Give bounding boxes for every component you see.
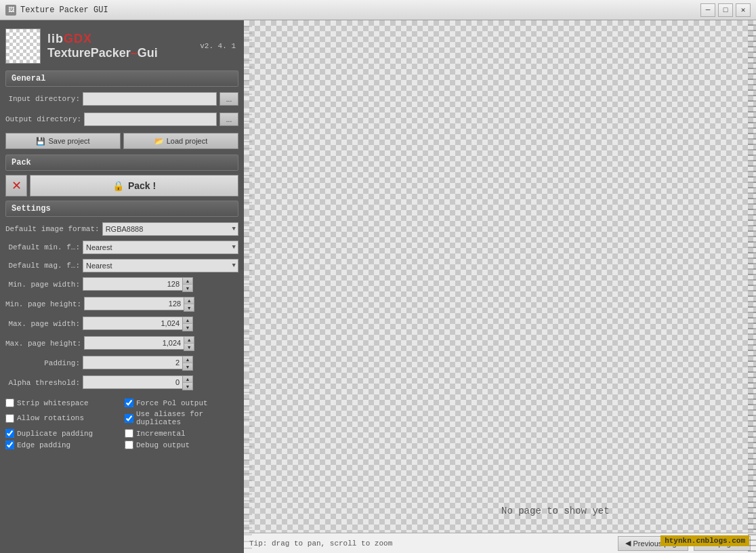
debug-output-checkbox-item[interactable]: Debug output bbox=[125, 441, 238, 449]
pack-section-header: Pack bbox=[5, 155, 238, 171]
left-panel: libGDX TexturePacker–Gui v2. 4. 1 Genera… bbox=[0, 20, 244, 553]
save-icon: 💾 bbox=[36, 137, 45, 146]
canvas-area[interactable] bbox=[244, 20, 756, 533]
input-dir-row: Input directory: ... bbox=[5, 91, 238, 107]
max-width-down-button[interactable]: ▼ bbox=[183, 324, 192, 331]
mag-filter-row: Default mag. f…: Nearest Linear MipMap bbox=[5, 258, 238, 274]
mag-filter-select-wrapper: Nearest Linear MipMap bbox=[83, 259, 238, 272]
min-height-input[interactable] bbox=[84, 297, 184, 310]
alpha-threshold-spinner-buttons: ▲ ▼ bbox=[182, 375, 193, 390]
strip-whitespace-checkbox-item[interactable]: Strip whitespace bbox=[5, 398, 119, 407]
dash-text: – bbox=[131, 46, 138, 60]
min-width-row: Min. page width: ▲ ▼ bbox=[5, 276, 238, 293]
min-width-spinner: ▲ ▼ bbox=[83, 277, 193, 292]
title-bar: 🖼 Texture Packer GUI ─ □ ✕ bbox=[0, 0, 756, 20]
padding-row: Padding: ▲ ▼ bbox=[5, 354, 238, 372]
save-project-label: Save project bbox=[48, 137, 89, 145]
padding-down-button[interactable]: ▼ bbox=[183, 363, 192, 370]
incremental-checkbox[interactable] bbox=[125, 429, 133, 438]
edge-padding-checkbox[interactable] bbox=[5, 441, 14, 449]
padding-up-button[interactable]: ▲ bbox=[183, 356, 192, 363]
padding-spinner-buttons: ▲ ▼ bbox=[182, 356, 193, 371]
min-filter-select[interactable]: Nearest Linear MipMap bbox=[83, 241, 238, 254]
input-dir-browse-button[interactable]: ... bbox=[219, 92, 238, 106]
debug-output-checkbox[interactable] bbox=[125, 441, 133, 449]
duplicate-padding-checkbox[interactable] bbox=[5, 429, 14, 438]
use-aliases-checkbox[interactable] bbox=[125, 414, 133, 423]
watermark: htynkn.cnblogs.com bbox=[660, 535, 749, 546]
output-dir-label: Output directory: bbox=[5, 115, 81, 123]
incremental-checkbox-item[interactable]: Incremental bbox=[125, 429, 238, 438]
image-format-select[interactable]: RGBA8888 RGBA4444 RGB888 RGB565 Alpha bbox=[102, 222, 238, 236]
restore-button[interactable]: □ bbox=[718, 3, 733, 17]
padding-input[interactable] bbox=[83, 356, 182, 369]
alpha-threshold-input[interactable] bbox=[83, 375, 182, 389]
debug-output-label: Debug output bbox=[136, 441, 190, 449]
max-height-label: Max. page height: bbox=[5, 340, 81, 348]
min-height-up-button[interactable]: ▲ bbox=[184, 298, 194, 304]
strip-whitespace-checkbox[interactable] bbox=[5, 398, 14, 407]
max-width-up-button[interactable]: ▲ bbox=[183, 317, 192, 324]
load-project-button[interactable]: 📂 Load project bbox=[123, 133, 238, 149]
texture-packer-title: TexturePacker–Gui bbox=[47, 46, 158, 60]
max-width-spinner: ▲ ▼ bbox=[83, 316, 193, 331]
alpha-threshold-down-button[interactable]: ▼ bbox=[183, 383, 192, 390]
min-width-up-button[interactable]: ▲ bbox=[183, 278, 192, 285]
min-filter-row: Default min. f…: Nearest Linear MipMap bbox=[5, 239, 238, 255]
min-width-label: Min. page width: bbox=[5, 281, 80, 289]
force-pol-output-checkbox-item[interactable]: Force Pol output bbox=[125, 398, 238, 407]
pack-button-label: Pack ! bbox=[128, 180, 156, 191]
max-height-spinner-buttons: ▲ ▼ bbox=[184, 336, 194, 351]
prev-arrow-icon: ◀ bbox=[625, 539, 631, 548]
app-logo bbox=[5, 28, 41, 64]
force-pol-output-checkbox[interactable] bbox=[125, 398, 133, 407]
input-dir-field[interactable] bbox=[83, 92, 217, 106]
max-height-up-button[interactable]: ▲ bbox=[184, 337, 194, 344]
max-width-input[interactable] bbox=[83, 316, 182, 330]
torn-edge-right bbox=[748, 20, 756, 553]
min-width-down-button[interactable]: ▼ bbox=[183, 285, 192, 291]
general-section-header: General bbox=[5, 70, 238, 87]
load-icon: 📂 bbox=[154, 137, 164, 146]
allow-rotations-checkbox-item[interactable]: Allow rotations bbox=[5, 410, 119, 426]
edge-padding-checkbox-item[interactable]: Edge padding bbox=[5, 441, 119, 449]
main-content: libGDX TexturePacker–Gui v2. 4. 1 Genera… bbox=[0, 20, 756, 553]
max-width-row: Max. page width: ▲ ▼ bbox=[5, 315, 238, 333]
output-dir-field[interactable] bbox=[84, 112, 217, 126]
max-height-down-button[interactable]: ▼ bbox=[184, 344, 194, 350]
max-height-input[interactable] bbox=[84, 336, 184, 350]
min-height-spinner-buttons: ▲ ▼ bbox=[184, 297, 194, 312]
min-height-down-button[interactable]: ▼ bbox=[184, 304, 194, 311]
settings-section-header: Settings bbox=[5, 201, 238, 217]
min-filter-label: Default min. f…: bbox=[5, 243, 80, 251]
max-width-spinner-buttons: ▲ ▼ bbox=[182, 316, 193, 331]
gdx-text: GDX bbox=[64, 32, 92, 45]
min-width-input[interactable] bbox=[83, 277, 182, 291]
input-dir-label: Input directory: bbox=[5, 95, 80, 103]
duplicate-padding-checkbox-item[interactable]: Duplicate padding bbox=[5, 429, 119, 438]
pack-cancel-button[interactable]: ✕ bbox=[5, 175, 27, 197]
image-format-label: Default image format: bbox=[5, 225, 100, 233]
padding-spinner: ▲ ▼ bbox=[83, 356, 193, 371]
output-dir-browse-button[interactable]: ... bbox=[219, 112, 238, 126]
tp-text: TexturePacker bbox=[47, 46, 131, 60]
settings-section: Default image format: RGBA8888 RGBA4444 … bbox=[5, 221, 238, 392]
pack-button[interactable]: 🔒 Pack ! bbox=[30, 175, 238, 197]
cancel-icon: ✕ bbox=[12, 178, 22, 193]
load-project-label: Load project bbox=[167, 137, 208, 145]
no-page-text: No page to show yet bbox=[501, 506, 610, 516]
edge-padding-label: Edge padding bbox=[17, 441, 70, 449]
libgdx-title: libGDX bbox=[47, 32, 158, 46]
pack-section: ✕ 🔒 Pack ! bbox=[5, 175, 238, 197]
allow-rotations-label: Allow rotations bbox=[17, 414, 84, 422]
save-project-button[interactable]: 💾 Save project bbox=[5, 133, 121, 149]
gui-text: Gui bbox=[138, 46, 158, 60]
checkboxes-grid: Strip whitespace Force Pol output Allow … bbox=[5, 396, 238, 452]
alpha-threshold-up-button[interactable]: ▲ bbox=[183, 376, 192, 383]
close-button[interactable]: ✕ bbox=[736, 3, 751, 17]
mag-filter-select[interactable]: Nearest Linear MipMap bbox=[83, 259, 238, 272]
allow-rotations-checkbox[interactable] bbox=[5, 414, 14, 423]
use-aliases-checkbox-item[interactable]: Use aliases for duplicates bbox=[125, 410, 238, 426]
minimize-button[interactable]: ─ bbox=[700, 3, 715, 17]
max-height-spinner: ▲ ▼ bbox=[84, 336, 194, 351]
